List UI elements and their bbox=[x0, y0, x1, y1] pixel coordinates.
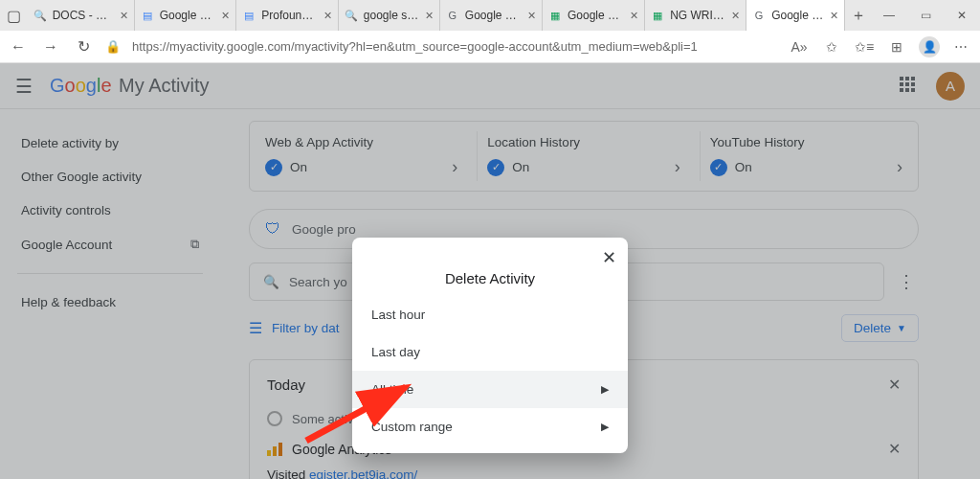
close-window-button[interactable]: ✕ bbox=[944, 0, 980, 31]
dialog-title: Delete Activity bbox=[352, 270, 628, 286]
google-icon: G bbox=[752, 9, 766, 22]
close-icon[interactable]: ✕ bbox=[630, 10, 638, 22]
browser-tab[interactable]: ▤ Google Docs ✕ bbox=[135, 0, 237, 31]
forward-button[interactable]: → bbox=[40, 38, 61, 56]
maximize-button[interactable]: ▭ bbox=[907, 0, 944, 31]
close-icon[interactable]: ✕ bbox=[221, 10, 230, 22]
close-icon[interactable]: ✕ bbox=[425, 10, 434, 22]
refresh-button[interactable]: ↻ bbox=[73, 37, 94, 56]
favorites-bar-icon[interactable]: ✩≡ bbox=[854, 39, 875, 55]
close-icon[interactable]: ✕ bbox=[731, 10, 740, 22]
tab-label: Google - My bbox=[771, 9, 824, 22]
tab-label: Google Shee bbox=[568, 9, 624, 22]
dialog-close-button[interactable]: ✕ bbox=[602, 247, 616, 268]
browser-profile-icon[interactable]: 👤 bbox=[919, 36, 940, 57]
google-icon: G bbox=[446, 9, 459, 22]
browser-menu-button[interactable]: ⋯ bbox=[951, 39, 972, 55]
browser-tab[interactable]: 🔍 google sheet ✕ bbox=[339, 0, 440, 31]
search-icon: 🔍 bbox=[345, 9, 358, 22]
tab-label: Google Shee bbox=[465, 9, 522, 22]
read-aloud-icon[interactable]: A» bbox=[789, 39, 810, 55]
page-content: ☰ Google My Activity A Delete activity b… bbox=[0, 63, 980, 479]
address-bar[interactable]: https://myactivity.google.com/myactivity… bbox=[132, 39, 777, 54]
option-custom-range[interactable]: Custom range ▶ bbox=[352, 408, 628, 445]
window-controls: — ▭ ✕ bbox=[871, 0, 980, 31]
tab-actions-icon[interactable]: ▢ bbox=[0, 0, 28, 31]
sheets-icon: ▦ bbox=[548, 9, 562, 22]
new-tab-button[interactable]: ＋ bbox=[845, 0, 871, 31]
docs-icon: ▤ bbox=[141, 9, 154, 22]
tab-label: NG WRITER bbox=[670, 9, 725, 22]
option-last-day[interactable]: Last day bbox=[352, 333, 628, 371]
collections-icon[interactable]: ⊞ bbox=[886, 39, 907, 55]
browser-tab[interactable]: 🔍 DOCS - Searc ✕ bbox=[28, 0, 135, 31]
option-all-time[interactable]: All time ▶ bbox=[352, 371, 628, 408]
minimize-button[interactable]: — bbox=[871, 0, 907, 31]
delete-activity-dialog: ✕ Delete Activity Last hour Last day All… bbox=[352, 238, 628, 453]
browser-tab[interactable]: ▦ NG WRITER ✕ bbox=[645, 0, 746, 31]
browser-tab[interactable]: ▤ Profound Tre ✕ bbox=[236, 0, 339, 31]
browser-tabstrip: ▢ 🔍 DOCS - Searc ✕ ▤ Google Docs ✕ ▤ Pro… bbox=[0, 0, 980, 31]
back-button[interactable]: ← bbox=[8, 38, 29, 56]
chevron-right-icon: ▶ bbox=[601, 383, 609, 396]
close-icon[interactable]: ✕ bbox=[830, 10, 838, 22]
chevron-right-icon: ▶ bbox=[601, 421, 609, 433]
browser-tab[interactable]: G Google Shee ✕ bbox=[440, 0, 543, 31]
option-last-hour[interactable]: Last hour bbox=[352, 296, 628, 333]
browser-toolbar: ← → ↻ 🔒 https://myactivity.google.com/my… bbox=[0, 31, 980, 63]
browser-tab-active[interactable]: G Google - My ✕ bbox=[746, 0, 845, 31]
sheets-icon: ▦ bbox=[651, 9, 664, 22]
lock-icon[interactable]: 🔒 bbox=[105, 39, 121, 54]
search-icon: 🔍 bbox=[33, 9, 47, 22]
close-icon[interactable]: ✕ bbox=[527, 10, 536, 22]
tab-label: Google Docs bbox=[160, 9, 216, 22]
close-icon[interactable]: ✕ bbox=[323, 10, 332, 22]
browser-tab[interactable]: ▦ Google Shee ✕ bbox=[543, 0, 645, 31]
tab-label: google sheet bbox=[364, 9, 419, 22]
tab-label: DOCS - Searc bbox=[53, 9, 114, 22]
close-icon[interactable]: ✕ bbox=[120, 10, 128, 22]
docs-icon: ▤ bbox=[242, 9, 256, 22]
tab-label: Profound Tre bbox=[261, 9, 318, 22]
favorite-icon[interactable]: ✩ bbox=[821, 39, 842, 55]
